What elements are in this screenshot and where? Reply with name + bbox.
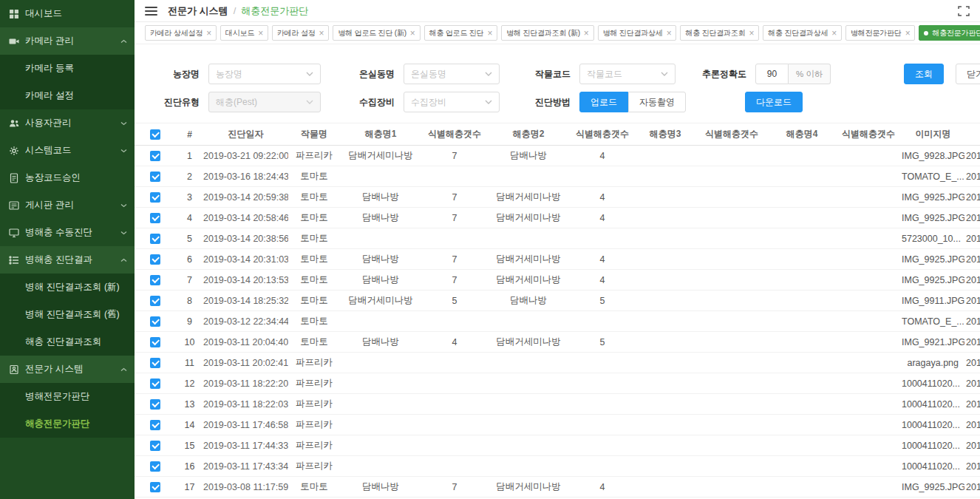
- pest-name-2: 담배나방: [488, 146, 569, 166]
- method-upload-button[interactable]: 업로드: [579, 92, 628, 112]
- sidebar-item-pest-manual-diagnosis[interactable]: 병해충 수동진단: [0, 219, 135, 246]
- table-body: 12019-03-21 09:22:00파프리카담배거세미나방7담배나방4IMG…: [135, 146, 980, 498]
- tab-close-icon[interactable]: ×: [258, 29, 263, 38]
- image-name: IMG_9928.JPG: [902, 146, 964, 166]
- row-checkbox[interactable]: [150, 192, 160, 203]
- row-checkbox[interactable]: [150, 172, 160, 182]
- filter-row-2: 진단유형 해충(Pest) 수집장비 수집장비 진단방법 업로드 자동촬영: [135, 92, 980, 112]
- sidebar-item-label: 병해 진단결과조회 (舊): [9, 308, 120, 321]
- sidebar-item-camera-management[interactable]: 카메라 관리: [0, 27, 135, 55]
- chevron-up-icon: [120, 39, 127, 44]
- pest-name-3: [636, 187, 695, 208]
- pest-count-4: [835, 415, 902, 435]
- tab-bar: 카메라 상세설정×대시보드×카메라 설정×병해 업로드 진단 (新)×해충 업로…: [135, 22, 980, 44]
- row-checkbox[interactable]: [150, 296, 160, 306]
- row-checkbox[interactable]: [150, 254, 160, 265]
- row-checkbox[interactable]: [150, 482, 160, 492]
- sidebar-item-camera-settings[interactable]: 카메라 설정: [0, 82, 135, 109]
- sidebar-item-dashboard[interactable]: 대시보드: [0, 0, 135, 27]
- trailing-cell: 2018: [964, 187, 980, 208]
- tab-disease-expert-judgment[interactable]: 병해전문가판단×: [845, 25, 915, 41]
- download-button[interactable]: 다운로드: [745, 92, 803, 112]
- tab-close-icon[interactable]: ×: [410, 29, 415, 38]
- close-button[interactable]: 닫기: [956, 64, 980, 84]
- pest-count-3: [695, 332, 769, 353]
- row-checkbox[interactable]: [150, 316, 160, 327]
- tab-close-icon[interactable]: ×: [206, 29, 211, 38]
- row-checkbox[interactable]: [150, 358, 160, 368]
- crop-code-label: 작물코드: [526, 68, 571, 81]
- accuracy-label: 추론정확도: [693, 68, 746, 81]
- tab-pest-upload-diagnosis[interactable]: 해충 업로드 진단×: [424, 25, 498, 41]
- sidebar-item-disease-expert-judgment[interactable]: 병해전문가판단: [0, 383, 135, 410]
- sidebar-item-farm-code-approval[interactable]: 농장코드승인: [0, 164, 135, 191]
- tab-close-icon[interactable]: ×: [905, 29, 911, 38]
- tab-pest-expert-judgment[interactable]: 해충전문가판단×: [919, 25, 980, 41]
- sidebar-item-expert-system[interactable]: 전문가 시스템: [0, 356, 135, 383]
- sidebar-item-disease-results-old[interactable]: 병해 진단결과조회 (舊): [0, 301, 135, 328]
- select-all-checkbox[interactable]: [150, 129, 160, 140]
- table-row: 142019-03-11 17:46:58파프리카1000411020...20…: [135, 415, 980, 435]
- tab-pest-results[interactable]: 해충 진단결과조회×: [680, 25, 759, 41]
- tab-close-icon[interactable]: ×: [319, 29, 324, 38]
- tab-pest-result-detail[interactable]: 해충 진단결과상세×: [763, 25, 842, 41]
- row-checkbox[interactable]: [150, 234, 160, 244]
- diagnosis-date: 2019-03-11 17:46:58: [203, 415, 288, 435]
- method-auto-button[interactable]: 자동촬영: [628, 92, 686, 112]
- tab-close-icon[interactable]: ×: [584, 29, 589, 38]
- diagnosis-type-select[interactable]: 해충(Pest): [208, 92, 321, 112]
- greenhouse-select[interactable]: 온실동명: [404, 64, 500, 84]
- row-checkbox[interactable]: [150, 213, 160, 223]
- tab-close-icon[interactable]: ×: [831, 29, 837, 38]
- tab-dashboard[interactable]: 대시보드×: [220, 25, 268, 41]
- sidebar-item-board-management[interactable]: 게시판 관리: [0, 191, 135, 219]
- tab-close-icon[interactable]: ×: [487, 29, 492, 38]
- tab-camera-detail-settings[interactable]: 카메라 상세설정×: [145, 25, 217, 41]
- pest-count-4: [835, 166, 902, 187]
- crop-code-select[interactable]: 작물코드: [579, 64, 676, 84]
- tab-disease-upload-diagnosis-new[interactable]: 병해 업로드 진단 (新)×: [333, 25, 420, 41]
- row-number: 4: [176, 208, 203, 228]
- row-checkbox[interactable]: [150, 337, 160, 347]
- search-button[interactable]: 조회: [904, 64, 944, 84]
- sidebar-item-label: 병해충 진단결과: [25, 254, 92, 266]
- tab-close-icon[interactable]: ×: [749, 29, 754, 38]
- sidebar-item-pest-diagnosis-results[interactable]: 병해충 진단결과: [0, 246, 135, 274]
- sidebar-item-pest-expert-judgment[interactable]: 해충전문가판단: [0, 410, 135, 438]
- sidebar-item-disease-results-new[interactable]: 병해 진단결과조회 (新): [0, 274, 135, 301]
- trailing-cell: 2019: [964, 166, 980, 187]
- fullscreen-icon[interactable]: [958, 6, 970, 16]
- pest-name-4: [769, 332, 835, 353]
- device-select[interactable]: 수집장비: [404, 92, 500, 112]
- row-number: 1: [176, 146, 203, 166]
- sidebar-item-pest-results[interactable]: 해충 진단결과조회: [0, 328, 135, 356]
- dashboard-icon: [9, 9, 19, 19]
- sidebar-item-user-management[interactable]: 사용자관리: [0, 109, 135, 137]
- pest-count-2: 5: [569, 332, 636, 353]
- tab-camera-settings[interactable]: 카메라 설정×: [272, 25, 329, 41]
- row-checkbox[interactable]: [150, 275, 160, 285]
- pest-name-4: [769, 228, 835, 249]
- sidebar-item-system-code[interactable]: 시스템코드: [0, 137, 135, 164]
- pest-count-3: [695, 311, 769, 332]
- pest-count-1: 7: [421, 208, 488, 228]
- diagnosis-type-value: 해충(Pest): [216, 96, 306, 109]
- tab-disease-result-detail[interactable]: 병해 진단결과상세×: [598, 25, 677, 41]
- row-checkbox[interactable]: [150, 461, 160, 472]
- sidebar-item-camera-register[interactable]: 카메라 등록: [0, 55, 135, 82]
- row-checkbox[interactable]: [150, 420, 160, 430]
- pest-name-3: [636, 456, 695, 477]
- row-checkbox[interactable]: [150, 379, 160, 389]
- accuracy-input[interactable]: [755, 64, 789, 84]
- row-checkbox[interactable]: [150, 399, 160, 410]
- diagnosis-date: 2019-03-11 20:02:41: [203, 353, 288, 373]
- row-checkbox[interactable]: [150, 151, 160, 161]
- row-checkbox[interactable]: [150, 441, 160, 451]
- tab-close-icon[interactable]: ×: [667, 29, 672, 38]
- pest-name-4: [769, 311, 835, 332]
- hamburger-menu-icon[interactable]: [145, 4, 157, 18]
- pest-name-1: [340, 456, 421, 477]
- pest-name-3: [636, 270, 695, 291]
- farm-name-select[interactable]: 농장명: [208, 64, 321, 84]
- tab-disease-results-new[interactable]: 병해 진단결과조회 (新)×: [501, 25, 593, 41]
